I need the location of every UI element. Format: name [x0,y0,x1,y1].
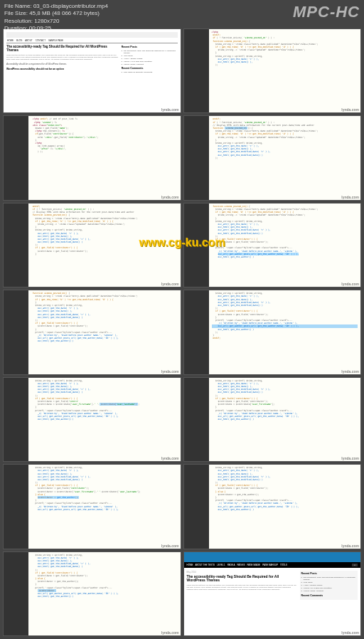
file-info-bar: File Name: 03_03-displaycontributor.mp4 … [0,0,112,36]
lynda-watermark: lynda.com [341,107,359,112]
lynda-watermark: lynda.com [341,282,359,286]
player-name-watermark: MPC-HC [293,3,360,21]
lynda-watermark: lynda.com [341,544,359,548]
lynda-watermark: lynda.com [161,369,179,374]
article-body: When was the last time you tried navigat… [6,54,119,60]
thumbnail-3[interactable]: <?php endif; // end of post_link ?> <?ph… [3,115,181,200]
lynda-watermark: lynda.com [161,630,179,635]
site-watermark: www.cg-ku.com [139,236,225,249]
lynda-watermark: lynda.com [341,456,359,460]
lynda-watermark: lynda.com [161,456,179,460]
lynda-watermark: lynda.com [161,195,179,199]
wp-article-title: The accessibility-ready Tag Should Be Re… [187,575,297,583]
lynda-watermark: lynda.com [341,369,359,374]
wp-admin-bar [184,552,361,562]
wp-nav: HOMEABOUT THE TESTSLEVEL 1PAGE APAGE BPA… [184,562,361,568]
thumbnail-10[interactable]: $time_string = sprintf( $time_string, es… [183,377,362,462]
thumbnail-7[interactable]: function simone_posted_on() { $time_stri… [3,290,181,374]
thumbnail-9[interactable]: $time_string = sprintf( $time_string, es… [3,377,181,462]
thumbnail-2[interactable]: <?php endif; if ( ! function_exists( 'si… [183,28,362,113]
thumbnail-8[interactable]: $time_string = sprintf( $time_string, es… [183,290,362,374]
thumbnail-1[interactable]: HOMEBLOGABOUTCONTACTSAMPLE PAGE The acce… [3,28,181,113]
lynda-watermark: lynda.com [161,282,179,286]
lynda-watermark: lynda.com [161,544,179,548]
thumbnail-4[interactable]: endif; if ( ! function_exists( 'simone_p… [183,115,362,200]
browser-nav: HOMEBLOGABOUTCONTACTSAMPLE PAGE [6,39,178,43]
thumbnail-13[interactable]: $time_string = sprintf( $time_string, es… [3,551,181,636]
article-quote: Accessibility should be a requirement fo… [6,63,119,65]
thumbnail-12[interactable]: $time_string = sprintf( $time_string, es… [183,464,362,549]
lynda-watermark: lynda.com [341,630,359,635]
search-icon[interactable]: ⌕ [352,564,358,566]
article-title: The accessibility-ready Tag Should Be Re… [6,46,119,53]
thumbnail-11[interactable]: $time_string = sprintf( $time_string, es… [3,464,181,549]
thumbnail-14[interactable]: HOMEABOUT THE TESTSLEVEL 1PAGE APAGE BPA… [183,551,362,636]
thumbnail-grid: HOMEBLOGABOUTCONTACTSAMPLE PAGE The acce… [3,28,361,636]
lynda-watermark: lynda.com [341,195,359,199]
lynda-watermark: lynda.com [161,107,179,112]
article-subhead: WordPress accessibility should not be an… [6,68,119,70]
